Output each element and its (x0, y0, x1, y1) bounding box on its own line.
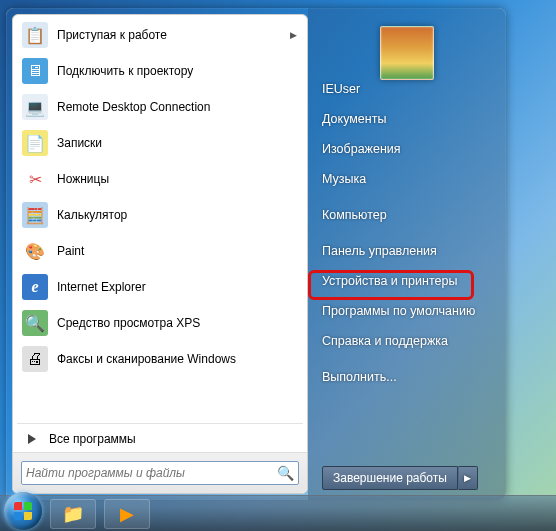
all-programs-button[interactable]: Все программы (13, 426, 307, 452)
program-label: Факсы и сканирование Windows (57, 352, 236, 366)
right-panel: IEUser Документы Изображения Музыка Комп… (308, 8, 506, 500)
shutdown-options-arrow[interactable]: ▶ (458, 466, 478, 490)
program-label: Remote Desktop Connection (57, 100, 210, 114)
triangle-right-icon (28, 434, 36, 444)
program-label: Internet Explorer (57, 280, 146, 294)
all-programs-label: Все программы (49, 432, 136, 446)
right-item-music[interactable]: Музыка (308, 164, 506, 194)
submenu-arrow-icon: ▶ (290, 30, 297, 40)
left-panel: 📋 Приступая к работе ▶ 🖥 Подключить к пр… (12, 14, 308, 494)
sticky-notes-icon: 📄 (21, 129, 49, 157)
user-picture[interactable] (380, 26, 434, 80)
projector-icon: 🖥 (21, 57, 49, 85)
shutdown-button[interactable]: Завершение работы (322, 466, 458, 490)
taskbar-item-explorer[interactable]: 📁 (50, 499, 96, 529)
search-icon[interactable]: 🔍 (277, 465, 294, 481)
shutdown-group: Завершение работы ▶ (322, 466, 478, 490)
program-item-sticky-notes[interactable]: 📄 Записки (15, 125, 305, 161)
program-label: Paint (57, 244, 84, 258)
program-label: Подключить к проектору (57, 64, 193, 78)
ie-icon: e (21, 273, 49, 301)
program-label: Приступая к работе (57, 28, 167, 42)
calculator-icon: 🧮 (21, 201, 49, 229)
start-button[interactable] (4, 492, 42, 530)
search-area: 🔍 (13, 452, 307, 493)
right-item-help[interactable]: Справка и поддержка (308, 326, 506, 356)
right-item-computer[interactable]: Компьютер (308, 200, 506, 230)
program-item-snipping-tool[interactable]: ✂ Ножницы (15, 161, 305, 197)
right-item-default-programs[interactable]: Программы по умолчанию (308, 296, 506, 326)
program-item-xps-viewer[interactable]: 🔍 Средство просмотра XPS (15, 305, 305, 341)
remote-desktop-icon: 💻 (21, 93, 49, 121)
program-label: Записки (57, 136, 102, 150)
right-item-run[interactable]: Выполнить... (308, 362, 506, 392)
program-item-internet-explorer[interactable]: e Internet Explorer (15, 269, 305, 305)
scissors-icon: ✂ (21, 165, 49, 193)
xps-viewer-icon: 🔍 (21, 309, 49, 337)
program-label: Средство просмотра XPS (57, 316, 200, 330)
right-item-devices-printers[interactable]: Устройства и принтеры (308, 266, 506, 296)
folder-icon: 📁 (62, 503, 84, 525)
program-item-remote-desktop[interactable]: 💻 Remote Desktop Connection (15, 89, 305, 125)
separator (17, 423, 303, 424)
search-box[interactable]: 🔍 (21, 461, 299, 485)
right-item-control-panel[interactable]: Панель управления (308, 236, 506, 266)
taskbar-item-media-player[interactable]: ▶ (104, 499, 150, 529)
right-item-pictures[interactable]: Изображения (308, 134, 506, 164)
start-menu: 📋 Приступая к работе ▶ 🖥 Подключить к пр… (6, 8, 506, 500)
program-item-connect-projector[interactable]: 🖥 Подключить к проектору (15, 53, 305, 89)
getting-started-icon: 📋 (21, 21, 49, 49)
media-player-icon: ▶ (120, 503, 134, 525)
program-item-getting-started[interactable]: 📋 Приступая к работе ▶ (15, 17, 305, 53)
program-label: Ножницы (57, 172, 109, 186)
printer-icon: 🖨 (21, 345, 49, 373)
program-item-paint[interactable]: 🎨 Paint (15, 233, 305, 269)
taskbar: 📁 ▶ (0, 495, 556, 531)
search-input[interactable] (26, 466, 277, 480)
paint-icon: 🎨 (21, 237, 49, 265)
program-list: 📋 Приступая к работе ▶ 🖥 Подключить к пр… (13, 15, 307, 421)
right-item-documents[interactable]: Документы (308, 104, 506, 134)
program-item-fax-scan[interactable]: 🖨 Факсы и сканирование Windows (15, 341, 305, 377)
program-item-calculator[interactable]: 🧮 Калькулятор (15, 197, 305, 233)
program-label: Калькулятор (57, 208, 127, 222)
